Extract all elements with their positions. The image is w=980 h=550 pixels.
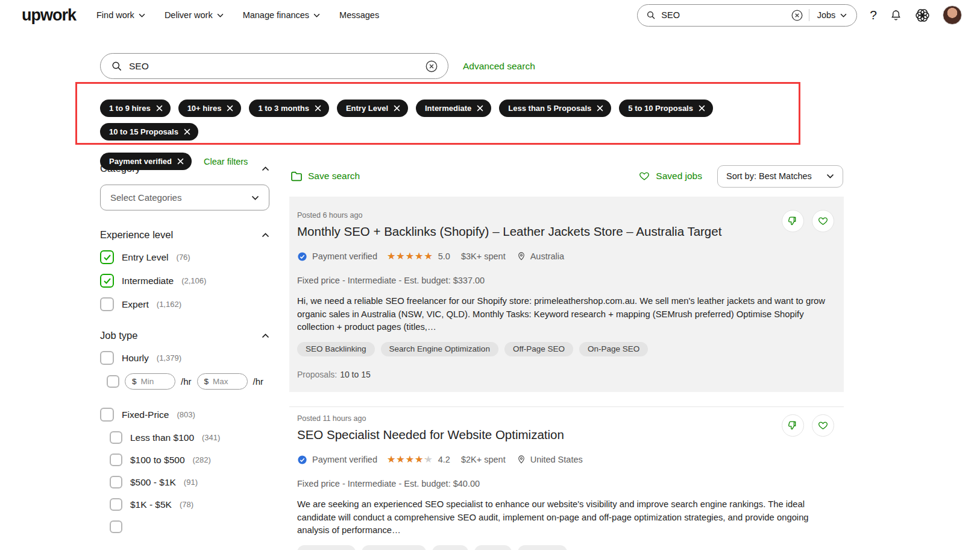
notifications-bell-icon[interactable]: [890, 8, 902, 22]
rating-value: 4.2: [438, 455, 450, 464]
star-rating: ★★★★★ ★★★★★: [387, 455, 433, 464]
save-job-heart-button[interactable]: [812, 210, 834, 232]
chevron-up-icon[interactable]: [262, 233, 269, 238]
filter-chip[interactable]: 10 to 15 Proposals: [100, 123, 198, 141]
nav-deliver-work[interactable]: Deliver work: [165, 10, 224, 20]
checkbox-intermediate[interactable]: [100, 274, 114, 288]
sort-dropdown[interactable]: Sort by: Best Matches: [717, 165, 843, 188]
checkbox-hourly[interactable]: [100, 351, 114, 365]
check-icon: [104, 254, 111, 261]
checkbox-less-than-100[interactable]: [110, 431, 122, 444]
filter-chip[interactable]: Entry Level: [337, 100, 408, 117]
nav-manage-finances[interactable]: Manage finances: [243, 10, 320, 20]
skill-tag[interactable]: SEO Backlinking: [297, 342, 375, 356]
skill-tag[interactable]: [297, 545, 356, 550]
experience-option: Intermediate (2,106): [100, 274, 269, 288]
checkbox-expert[interactable]: [100, 297, 114, 311]
price-range-option: $500 - $1K (91): [110, 476, 269, 488]
client-spent: $3K+ spent: [461, 251, 506, 261]
user-avatar[interactable]: [943, 5, 962, 25]
save-search-button[interactable]: Save search: [291, 171, 360, 182]
checkbox-1k-to-5k[interactable]: [110, 498, 122, 511]
experience-section-header[interactable]: Experience level: [100, 229, 269, 241]
skill-tag[interactable]: Off-Page SEO: [504, 342, 573, 356]
skill-tag[interactable]: [362, 545, 426, 550]
skill-tag[interactable]: [432, 545, 468, 550]
verified-check-icon: [297, 455, 307, 465]
max-rate-input[interactable]: [213, 377, 243, 386]
min-rate-input[interactable]: [141, 377, 171, 386]
help-icon[interactable]: ?: [870, 8, 877, 22]
filter-chip[interactable]: 5 to 10 Proposals: [619, 100, 713, 117]
remove-filter-icon[interactable]: [184, 128, 190, 135]
job-title-link[interactable]: SEO Specialist Needed for Website Optimi…: [297, 428, 791, 442]
skill-tag[interactable]: [518, 545, 567, 550]
job-title-link[interactable]: Monthly SEO + Backlinks (Shopify) – Leat…: [297, 224, 791, 239]
filter-chip[interactable]: Intermediate: [416, 100, 491, 117]
save-job-heart-button[interactable]: [812, 414, 834, 437]
price-range-option: Less than $100 (341): [110, 431, 269, 444]
currency-symbol: $: [204, 377, 209, 386]
skill-tag[interactable]: Search Engine Optimization: [381, 342, 498, 356]
nav-find-work[interactable]: Find work: [96, 10, 145, 20]
dislike-job-button[interactable]: [782, 210, 804, 232]
checkbox-entry-level[interactable]: [100, 250, 114, 264]
filter-chip[interactable]: 1 to 9 hires: [100, 100, 171, 117]
job-meta: Fixed price - Intermediate - Est. budget…: [297, 479, 834, 488]
skill-tag[interactable]: On-Page SEO: [579, 342, 648, 356]
remove-filter-icon[interactable]: [597, 105, 603, 112]
checkbox-hourly-rate[interactable]: [107, 375, 119, 388]
remove-filter-icon[interactable]: [394, 105, 400, 112]
checkbox-500-to-1k[interactable]: [110, 476, 122, 488]
job-card[interactable]: Posted 6 hours ago Monthly SEO + Backlin…: [289, 197, 844, 392]
posted-time: Posted 6 hours ago: [297, 211, 834, 220]
category-select[interactable]: Select Categories: [100, 185, 269, 210]
chevron-up-icon[interactable]: [262, 166, 269, 171]
category-section-header[interactable]: Category: [100, 163, 269, 174]
job-type-section-header[interactable]: Job type: [100, 330, 269, 341]
filter-chip[interactable]: 1 to 3 months: [249, 100, 329, 117]
price-range-option: $1K - $5K (78): [110, 498, 269, 511]
remove-filter-icon[interactable]: [315, 105, 321, 112]
proposals-count: Proposals:10 to 15: [297, 370, 834, 379]
job-card[interactable]: Posted 11 hours ago SEO Specialist Neede…: [289, 407, 844, 550]
filter-chip[interactable]: Less than 5 Proposals: [499, 100, 611, 117]
chevron-down-icon: [840, 13, 847, 17]
community-icon[interactable]: [915, 8, 930, 23]
job-description: We are seeking an experienced SEO specia…: [297, 498, 834, 537]
remove-filter-icon[interactable]: [156, 105, 163, 112]
hourly-rate-filter: $ /hr $ /hr: [107, 373, 269, 390]
dislike-job-button[interactable]: [782, 414, 804, 437]
header-search-box[interactable]: SEO Jobs: [637, 4, 857, 27]
experience-option: Expert (1,162): [100, 297, 269, 311]
header-search-value[interactable]: SEO: [661, 10, 785, 20]
checkbox-100-to-500[interactable]: [110, 454, 122, 466]
heart-icon: [638, 171, 650, 182]
active-filter-chips: 1 to 9 hires 10+ hires 1 to 3 months Ent…: [100, 100, 793, 170]
max-rate-field[interactable]: $: [197, 373, 248, 390]
upwork-logo[interactable]: upwork: [22, 6, 76, 25]
client-location: Australia: [517, 251, 564, 262]
search-scope-dropdown[interactable]: Jobs: [815, 10, 850, 20]
job-results-panel: Save search Saved jobs Sort by: Best Mat…: [289, 162, 844, 550]
checkbox-price-range[interactable]: [110, 520, 122, 533]
min-rate-field[interactable]: $: [125, 373, 175, 390]
saved-jobs-link[interactable]: Saved jobs: [638, 171, 702, 182]
remove-filter-icon[interactable]: [227, 105, 233, 112]
skill-tags-partial: [297, 545, 834, 550]
chevron-up-icon[interactable]: [262, 333, 269, 338]
filter-chip[interactable]: 10+ hires: [178, 100, 242, 117]
advanced-search-link[interactable]: Advanced search: [463, 61, 535, 72]
job-search-value[interactable]: SEO: [129, 61, 418, 72]
skill-tag[interactable]: [474, 545, 512, 550]
chevron-down-icon: [313, 13, 320, 17]
remove-filter-icon[interactable]: [477, 105, 483, 112]
checkbox-fixed-price[interactable]: [100, 408, 114, 422]
nav-messages[interactable]: Messages: [339, 10, 379, 20]
clear-search-icon[interactable]: [425, 60, 438, 73]
job-type-hourly: Hourly (1,379): [100, 351, 269, 365]
remove-filter-icon[interactable]: [699, 105, 705, 112]
job-meta: Fixed price - Intermediate - Est. budget…: [297, 276, 834, 285]
job-search-input[interactable]: SEO: [100, 53, 448, 79]
clear-search-icon[interactable]: [791, 9, 803, 22]
